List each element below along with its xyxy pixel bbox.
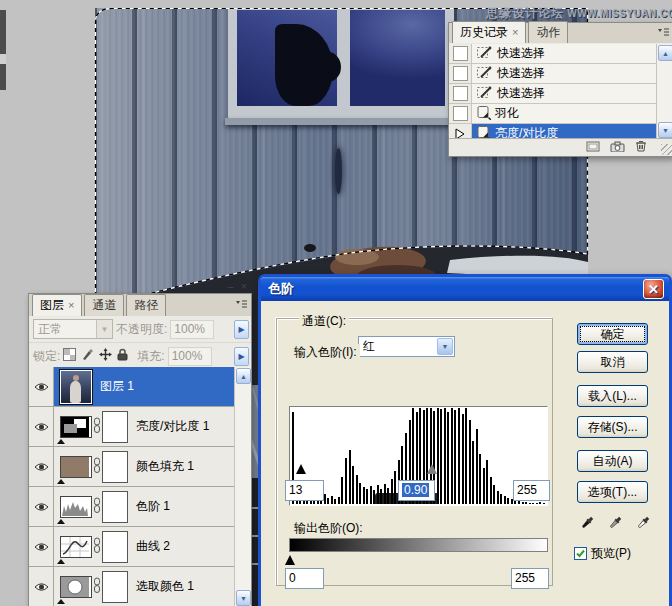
dialog-titlebar[interactable]: 色阶 ✕ <box>261 277 669 301</box>
toolbar-edge-strip <box>0 10 6 90</box>
panel-resize-grip[interactable] <box>661 144 672 155</box>
source-checkbox[interactable] <box>453 66 468 81</box>
save-button[interactable]: 存储(S)... <box>577 416 648 438</box>
delete-trash-icon[interactable] <box>635 140 647 155</box>
chevron-down-icon: ▼ <box>437 338 453 355</box>
opacity-value[interactable]: 100% <box>170 320 214 339</box>
channel-select[interactable]: 红 ▼ <box>358 336 455 357</box>
layer-row[interactable]: 选取颜色 1 <box>29 567 235 606</box>
histogram-bar <box>451 408 453 504</box>
input-white-field[interactable]: 255 <box>513 480 550 501</box>
tab-layers[interactable]: 图层× <box>32 294 82 316</box>
scroll-up-icon[interactable]: ▲ <box>658 45 672 61</box>
layers-scrollbar[interactable]: ▲ ▼ <box>234 367 251 606</box>
visibility-toggle[interactable] <box>29 487 54 526</box>
history-scrollbar[interactable]: ▲ ▼ <box>656 44 672 139</box>
source-checkbox[interactable] <box>453 106 468 121</box>
layer-row[interactable]: 亮度/对比度 1 <box>29 407 235 447</box>
input-black-slider[interactable] <box>296 464 306 474</box>
histogram-bar <box>349 450 351 504</box>
history-item[interactable]: 羽化 <box>449 104 657 124</box>
panel-close-icon[interactable]: × <box>241 281 247 292</box>
adjustment-thumbnail[interactable] <box>60 456 92 478</box>
input-gamma-field[interactable]: 0.90 <box>398 480 435 501</box>
output-white-field[interactable]: 255 <box>511 568 549 589</box>
fill-spinner-icon[interactable]: ▶ <box>234 347 249 366</box>
layer-name: 亮度/对比度 1 <box>136 418 209 435</box>
layer-row[interactable]: 曲线 2 <box>29 527 235 567</box>
new-document-from-state-icon[interactable] <box>586 141 600 155</box>
history-source-well[interactable] <box>449 104 472 123</box>
auto-button[interactable]: 自动(A) <box>577 450 648 472</box>
ok-button[interactable]: 确定 <box>577 323 648 345</box>
visibility-toggle[interactable] <box>29 527 54 566</box>
panel-menu-icon[interactable] <box>657 26 670 40</box>
layer-row[interactable]: 颜色填充 1 <box>29 447 235 487</box>
tab-actions[interactable]: 动作 <box>528 21 568 43</box>
layer-mask-thumbnail[interactable] <box>102 411 128 443</box>
history-source-well[interactable] <box>449 44 472 63</box>
options-button[interactable]: 选项(T)... <box>577 481 648 503</box>
history-source-well[interactable] <box>449 124 472 139</box>
gray-point-eyedropper-icon[interactable] <box>606 515 623 535</box>
lock-position-icon[interactable] <box>99 348 112 364</box>
history-source-well[interactable] <box>449 64 472 83</box>
input-gamma-slider[interactable] <box>427 464 437 474</box>
output-black-field[interactable]: 0 <box>285 568 324 589</box>
history-item[interactable]: 快速选择 <box>449 44 657 64</box>
scroll-up-icon[interactable]: ▲ <box>236 368 251 384</box>
layer-thumbnail[interactable] <box>60 370 92 404</box>
history-item[interactable]: 快速选择 <box>449 84 657 104</box>
history-item[interactable]: 亮度/对比度 <box>449 124 657 139</box>
tab-history[interactable]: 历史记录× <box>452 21 526 43</box>
layer-row[interactable]: 图层 1 <box>29 367 235 407</box>
preview-checkbox[interactable] <box>574 547 587 560</box>
history-item[interactable]: 快速选择 <box>449 64 657 84</box>
panel-menu-icon[interactable] <box>235 298 248 312</box>
cancel-button[interactable]: 取消 <box>577 351 648 373</box>
preview-option[interactable]: 预览(P) <box>574 545 631 562</box>
history-item-label: 羽化 <box>495 105 519 122</box>
layer-row[interactable]: 色阶 1 <box>29 487 235 527</box>
input-black-field[interactable]: 13 <box>285 480 324 501</box>
layer-mask-thumbnail[interactable] <box>102 491 128 523</box>
lock-transparency-icon[interactable] <box>63 348 76 364</box>
black-point-eyedropper-icon[interactable] <box>578 515 595 535</box>
visibility-toggle[interactable] <box>29 567 54 606</box>
source-checkbox[interactable] <box>453 86 468 101</box>
lock-all-icon[interactable] <box>117 348 128 364</box>
opacity-spinner-icon[interactable]: ▶ <box>234 320 249 339</box>
output-black-slider[interactable] <box>285 555 295 565</box>
layer-mask-thumbnail[interactable] <box>102 451 128 483</box>
close-icon[interactable]: ✕ <box>643 279 664 299</box>
adjustment-thumbnail[interactable] <box>60 496 92 518</box>
blend-mode-row: 正常▼ 不透明度: 100% ▶ <box>29 316 251 343</box>
tab-channels[interactable]: 通道 <box>84 294 124 316</box>
adjustment-thumbnail[interactable] <box>60 536 92 558</box>
tab-paths[interactable]: 路径 <box>126 294 166 316</box>
panel-minimize-icon[interactable]: – <box>227 281 233 292</box>
visibility-toggle[interactable] <box>29 367 54 406</box>
visibility-toggle[interactable] <box>29 447 54 486</box>
layer-mask-thumbnail[interactable] <box>102 571 128 603</box>
watermark-cn: 思缘设计论坛 <box>486 6 564 20</box>
adjustment-thumbnail[interactable] <box>60 416 92 438</box>
tab-close-icon[interactable]: × <box>512 26 518 38</box>
history-source-well[interactable] <box>449 84 472 103</box>
adjustment-thumbnail[interactable] <box>60 576 92 598</box>
white-point-eyedropper-icon[interactable] <box>634 515 651 535</box>
layer-mask-thumbnail[interactable] <box>102 531 128 563</box>
new-snapshot-camera-icon[interactable] <box>610 141 625 155</box>
histogram-bar <box>518 501 520 504</box>
blend-mode-select[interactable]: 正常▼ <box>33 319 113 339</box>
scroll-down-icon[interactable]: ▼ <box>236 590 251 606</box>
visibility-toggle[interactable] <box>29 407 54 446</box>
source-checkbox[interactable] <box>453 46 468 61</box>
lock-paint-icon[interactable] <box>81 348 94 364</box>
scroll-down-icon[interactable]: ▼ <box>658 122 672 138</box>
histogram-bar <box>504 496 506 504</box>
load-button[interactable]: 载入(L)... <box>577 385 648 407</box>
output-levels-label: 输出色阶(O): <box>291 520 366 537</box>
fill-value[interactable]: 100% <box>168 347 212 366</box>
tab-close-icon[interactable]: × <box>68 299 74 311</box>
